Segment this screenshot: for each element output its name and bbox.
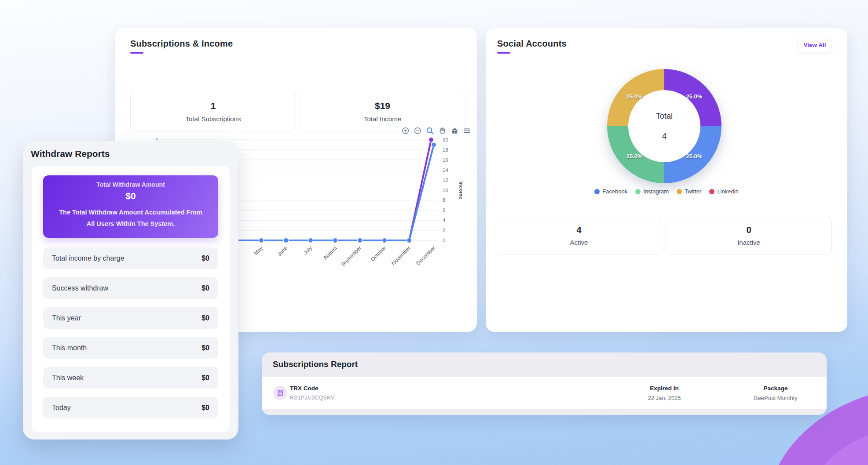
svg-text:Income: Income bbox=[458, 182, 464, 199]
expired-in-value: 22 Jan, 2025 bbox=[648, 395, 681, 401]
social-accounts-title: Social Accounts bbox=[497, 39, 567, 49]
svg-text:8: 8 bbox=[443, 197, 445, 203]
active-accounts-value: 4 bbox=[576, 225, 581, 235]
total-withdraw-title: Total Withdraw Amount bbox=[43, 181, 218, 188]
total-income-value: $19 bbox=[375, 101, 390, 111]
withdraw-row-today: Today $0 bbox=[43, 397, 218, 418]
inactive-accounts-value: 0 bbox=[746, 225, 751, 235]
withdraw-row-this-week: This week $0 bbox=[43, 367, 218, 389]
view-all-button[interactable]: View All bbox=[798, 38, 831, 52]
trx-document-icon bbox=[273, 386, 287, 400]
svg-text:0: 0 bbox=[443, 238, 445, 243]
svg-text:May: May bbox=[253, 245, 264, 256]
subscriptions-report-title: Subscriptions Report bbox=[273, 360, 358, 369]
withdraw-row-this-year: This year $0 bbox=[43, 307, 218, 329]
linkedin-legend-dot bbox=[709, 189, 714, 194]
svg-text:October: October bbox=[370, 245, 387, 262]
total-subscriptions-label: Total Subscriptions bbox=[186, 115, 241, 123]
svg-text:August: August bbox=[322, 245, 338, 261]
subscriptions-report-card: Subscriptions Report TRX Code RS1P2U3CQS… bbox=[262, 352, 827, 415]
svg-text:2: 2 bbox=[443, 228, 445, 233]
twitter-legend-dot bbox=[677, 189, 682, 194]
svg-text:4: 4 bbox=[443, 218, 446, 223]
total-withdraw-amount: $0 bbox=[43, 191, 218, 201]
donut-slice-label: 25.0% bbox=[686, 93, 702, 100]
withdraw-reports-card: Withdraw Reports Total Withdraw Amount $… bbox=[23, 141, 238, 440]
package-column: Package BeePost Monthly bbox=[738, 377, 813, 409]
donut-legend: Facebook Instagram Twitter Linkedin bbox=[486, 188, 847, 195]
subscriptions-income-header: Subscriptions & Income bbox=[130, 39, 233, 54]
instagram-legend-dot bbox=[635, 189, 641, 194]
donut-center-title: Total bbox=[656, 112, 673, 121]
title-accent-bar bbox=[497, 52, 510, 54]
svg-text:12: 12 bbox=[443, 178, 448, 183]
svg-text:September: September bbox=[340, 245, 363, 267]
trx-code-value: RS1P2U3CQSRV bbox=[290, 395, 335, 401]
donut-slice-label: 25.0% bbox=[626, 93, 643, 100]
social-accounts-header: Social Accounts bbox=[497, 39, 567, 54]
svg-text:December: December bbox=[415, 245, 436, 266]
withdraw-row-total-income-by-charge: Total income by charge $0 bbox=[43, 247, 218, 269]
inactive-accounts-stat: 0 Inactive bbox=[666, 217, 832, 254]
withdraw-row-success-withdraw: Success withdraw $0 bbox=[43, 277, 218, 299]
title-accent-bar bbox=[130, 52, 143, 54]
donut-slice-label: 25.0% bbox=[686, 153, 702, 159]
donut-center: Total 4 bbox=[628, 90, 700, 162]
social-accounts-donut-chart[interactable]: Total 4 25.0%25.0%25.0%25.0% bbox=[607, 69, 722, 183]
legend-item-linkedin[interactable]: Linkedin bbox=[709, 188, 738, 195]
social-accounts-card: Social Accounts View All Total 4 25.0%25… bbox=[486, 28, 847, 332]
svg-text:10: 10 bbox=[443, 188, 448, 193]
total-subscriptions-value: 1 bbox=[211, 101, 216, 111]
active-accounts-stat: 4 Active bbox=[496, 217, 662, 254]
legend-item-instagram[interactable]: Instagram bbox=[635, 188, 669, 195]
inactive-accounts-label: Inactive bbox=[737, 239, 760, 246]
active-accounts-label: Active bbox=[570, 239, 588, 246]
legend-item-twitter[interactable]: Twitter bbox=[677, 188, 701, 195]
svg-text:16: 16 bbox=[443, 157, 448, 163]
svg-text:November: November bbox=[390, 245, 412, 266]
legend-item-facebook[interactable]: Facebook bbox=[594, 188, 627, 195]
svg-text:June: June bbox=[276, 245, 289, 258]
withdraw-row-this-month: This month $0 bbox=[43, 337, 218, 359]
subscriptions-income-title: Subscriptions & Income bbox=[130, 39, 233, 49]
total-withdraw-description: The Total Withdraw Amount Accumulated Fr… bbox=[43, 207, 218, 229]
withdraw-reports-title: Withdraw Reports bbox=[31, 149, 110, 159]
total-income-stat: $19 Total Income bbox=[300, 92, 465, 131]
total-subscriptions-stat: 1 Total Subscriptions bbox=[130, 92, 296, 131]
svg-text:6: 6 bbox=[443, 207, 445, 213]
total-withdraw-highlight: Total Withdraw Amount $0 The Total Withd… bbox=[43, 175, 218, 238]
package-value: BeePost Monthly bbox=[754, 395, 797, 401]
svg-text:14: 14 bbox=[443, 167, 448, 173]
subscription-table-row[interactable]: TRX Code RS1P2U3CQSRV Expired In 22 Jan,… bbox=[262, 377, 827, 409]
svg-text:20: 20 bbox=[443, 137, 448, 142]
donut-center-value: 4 bbox=[662, 131, 667, 141]
total-income-label: Total Income bbox=[364, 115, 401, 123]
withdraw-reports-body: Total Withdraw Amount $0 The Total Withd… bbox=[32, 166, 230, 432]
svg-text:18: 18 bbox=[443, 147, 448, 153]
donut-slice-label: 25.0% bbox=[626, 153, 643, 159]
svg-text:July: July bbox=[302, 245, 313, 256]
facebook-legend-dot bbox=[594, 189, 600, 194]
trx-code-column: TRX Code RS1P2U3CQSRV bbox=[290, 377, 335, 409]
expired-in-column: Expired In 22 Jan, 2025 bbox=[631, 377, 697, 409]
